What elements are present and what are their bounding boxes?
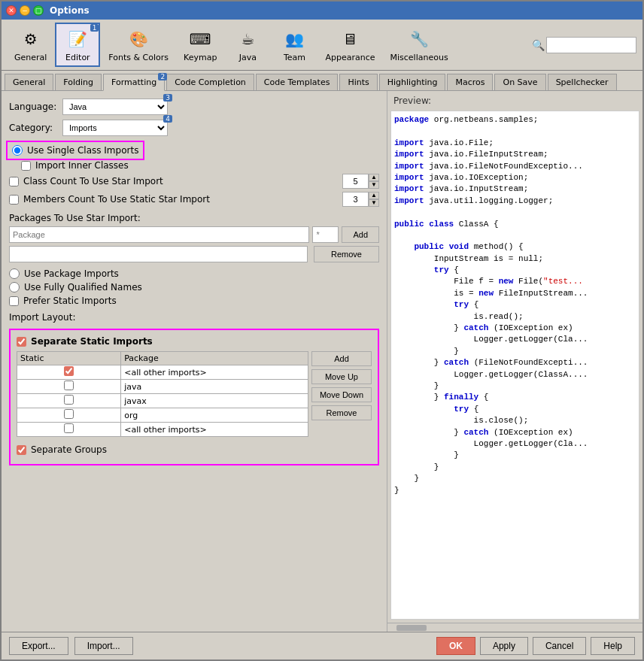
tab-folding[interactable]: Folding	[55, 74, 102, 90]
language-label: Language:	[9, 102, 58, 112]
class-count-up[interactable]: ▲	[369, 174, 379, 181]
minimize-button[interactable]: −	[20, 5, 30, 16]
class-count-spinner-buttons: ▲ ▼	[369, 174, 379, 189]
row4-checkbox[interactable]	[64, 409, 74, 419]
search-input[interactable]	[546, 37, 636, 53]
package-name-input[interactable]	[9, 226, 309, 243]
prefer-static-checkbox[interactable]	[9, 296, 19, 306]
code-line: import java.io.InputStream;	[394, 183, 636, 195]
toolbar-keymap[interactable]: ⌨ Keymap	[177, 23, 223, 66]
window-controls: ✕ − □	[6, 5, 44, 16]
close-button[interactable]: ✕	[6, 5, 17, 16]
code-line: }	[394, 346, 636, 357]
members-count-spinner: ▲ ▼	[342, 192, 379, 207]
use-fully-qualified-radio[interactable]	[9, 282, 20, 293]
toolbar-miscellaneous[interactable]: 🔧 Miscellaneous	[384, 23, 455, 66]
move-up-button[interactable]: Move Up	[311, 369, 372, 384]
col-package: Package	[121, 352, 308, 365]
toolbar-appearance[interactable]: 🖥 Appearance	[318, 23, 381, 66]
add-table-button[interactable]: Add	[311, 351, 372, 366]
ok-button[interactable]: OK	[436, 637, 475, 655]
toolbar-team[interactable]: 👥 Team	[272, 23, 317, 66]
row5-checkbox[interactable]	[64, 423, 74, 433]
maximize-button[interactable]: □	[33, 5, 44, 16]
class-count-input[interactable]	[342, 174, 369, 189]
class-count-down[interactable]: ▼	[369, 181, 379, 189]
toolbar-general[interactable]: ⚙ General	[8, 23, 53, 66]
tab-formatting[interactable]: Formatting 2	[103, 74, 165, 91]
tab-on-save[interactable]: On Save	[494, 74, 545, 90]
members-count-input[interactable]	[342, 192, 369, 207]
java-icon: ☕	[235, 27, 260, 51]
tab-general[interactable]: General	[5, 74, 53, 90]
code-line: import java.io.FileInputStream;	[394, 149, 636, 160]
appearance-icon: 🖥	[338, 27, 362, 51]
team-icon: 👥	[282, 27, 306, 51]
package-star-input[interactable]	[312, 226, 339, 243]
row3-checkbox[interactable]	[64, 395, 74, 405]
toolbar-appearance-wrap: 🖥 Appearance	[318, 23, 381, 66]
code-line: } finally {	[394, 392, 636, 403]
export-button[interactable]: Export...	[9, 637, 68, 655]
code-line: Logger.getLogger(ClassA....	[394, 369, 636, 381]
import-table-wrapper: Static Package <all other imports>	[17, 351, 308, 440]
code-line: import java.util.logging.Logger;	[394, 196, 636, 207]
code-line	[394, 230, 636, 241]
row2-checkbox[interactable]	[64, 381, 74, 390]
toolbar-java[interactable]: ☕ Java	[225, 23, 270, 66]
use-fully-qualified-row: Use Fully Qualified Names	[9, 282, 379, 293]
code-line: try {	[394, 404, 636, 415]
tab-code-templates[interactable]: Code Templates	[256, 74, 339, 90]
remove-table-button[interactable]: Remove	[311, 405, 372, 420]
tab-macros[interactable]: Macros	[447, 74, 493, 90]
horizontal-scrollbar[interactable]	[387, 623, 642, 632]
table-row: <all other imports>	[17, 365, 308, 380]
tab-code-completion[interactable]: Code Completion	[166, 74, 254, 90]
use-package-radio[interactable]	[9, 268, 20, 279]
class-count-checkbox[interactable]	[9, 177, 19, 186]
remove-package-button[interactable]: Remove	[314, 246, 379, 262]
class-count-spinner: ▲ ▼	[342, 174, 379, 189]
use-package-row: Use Package Imports	[9, 268, 379, 279]
members-count-up[interactable]: ▲	[369, 192, 379, 199]
keymap-icon: ⌨	[188, 27, 212, 51]
members-count-down[interactable]: ▼	[369, 199, 379, 207]
apply-button[interactable]: Apply	[480, 637, 528, 655]
separate-groups-row: Separate Groups	[17, 444, 372, 455]
bottom-left-buttons: Export... Import...	[9, 637, 133, 655]
separate-groups-checkbox[interactable]	[17, 445, 26, 455]
cancel-button[interactable]: Cancel	[533, 637, 586, 655]
package-input-row: Add	[9, 226, 379, 243]
tab-spellchecker[interactable]: Spellchecker	[548, 74, 617, 90]
import-button[interactable]: Import...	[74, 637, 133, 655]
toolbar-keymap-wrap: ⌨ Keymap	[177, 23, 223, 66]
tab-hints[interactable]: Hints	[339, 74, 377, 90]
single-class-radio[interactable]	[12, 145, 23, 156]
code-line: }	[394, 381, 636, 392]
code-line: is.read();	[394, 311, 636, 323]
add-package-button[interactable]: Add	[342, 226, 379, 243]
packages-label: Packages To Use Star Import:	[9, 213, 379, 223]
language-select[interactable]: Java	[62, 99, 168, 115]
row1-checkbox[interactable]	[64, 366, 74, 376]
members-count-label: Members Count To Use Static Star Import	[23, 194, 338, 205]
members-count-row: Members Count To Use Static Star Import …	[9, 192, 379, 207]
import-inner-classes-checkbox[interactable]	[21, 161, 31, 171]
row4-static	[17, 408, 121, 423]
toolbar-fonts-colors[interactable]: 🎨 Fonts & Colors	[102, 23, 175, 66]
members-count-checkbox[interactable]	[9, 195, 19, 205]
move-down-button[interactable]: Move Down	[311, 387, 372, 402]
language-row: Language: Java 3	[9, 99, 379, 115]
code-line: public void method() {	[394, 241, 636, 253]
separate-static-checkbox[interactable]	[17, 337, 26, 347]
import-table: Static Package <all other imports>	[17, 351, 308, 437]
code-line: is.close();	[394, 415, 636, 426]
separate-static-row: Separate Static Imports	[17, 336, 372, 347]
code-line: Logger.getLogger(Cla...	[394, 334, 636, 345]
table-row: org	[17, 408, 308, 423]
category-select[interactable]: Imports	[62, 120, 168, 136]
remove-package-input[interactable]	[9, 246, 308, 262]
help-button[interactable]: Help	[591, 637, 635, 655]
star-import-section: Packages To Use Star Import: Add Remove	[9, 213, 379, 262]
tab-highlighting[interactable]: Highlighting	[379, 74, 446, 90]
